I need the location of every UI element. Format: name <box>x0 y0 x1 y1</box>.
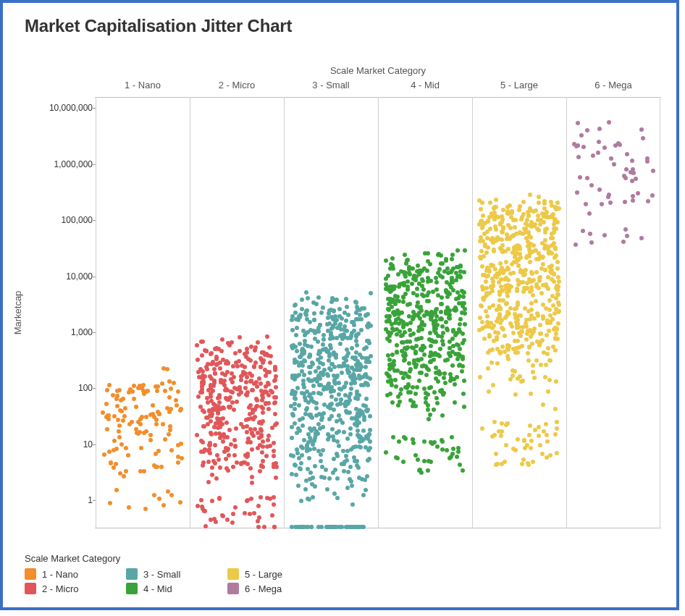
data-point[interactable] <box>545 439 550 444</box>
data-point[interactable] <box>311 391 316 395</box>
data-point[interactable] <box>528 193 532 197</box>
data-point[interactable] <box>337 307 342 311</box>
data-point[interactable] <box>503 334 507 338</box>
data-point[interactable] <box>410 282 414 286</box>
data-point[interactable] <box>176 389 180 394</box>
data-point[interactable] <box>308 447 312 452</box>
data-point[interactable] <box>290 392 294 396</box>
data-point[interactable] <box>537 425 541 429</box>
data-point[interactable] <box>366 383 370 387</box>
data-point[interactable] <box>195 343 199 347</box>
data-point[interactable] <box>552 219 557 223</box>
data-point[interactable] <box>248 358 253 363</box>
data-point[interactable] <box>204 349 209 353</box>
data-point[interactable] <box>345 354 349 358</box>
data-point[interactable] <box>510 209 514 214</box>
data-point[interactable] <box>196 504 200 508</box>
data-point[interactable] <box>551 303 555 308</box>
data-point[interactable] <box>218 465 222 470</box>
data-point[interactable] <box>450 350 455 354</box>
data-point[interactable] <box>167 395 172 400</box>
data-point[interactable] <box>516 257 521 261</box>
data-point[interactable] <box>602 233 607 237</box>
data-point[interactable] <box>214 404 219 408</box>
data-point[interactable] <box>335 452 339 456</box>
data-point[interactable] <box>493 267 497 271</box>
data-point[interactable] <box>421 363 426 368</box>
data-point[interactable] <box>515 324 519 328</box>
data-point[interactable] <box>105 388 109 392</box>
data-point[interactable] <box>499 434 503 438</box>
data-point[interactable] <box>165 367 169 371</box>
data-point[interactable] <box>361 429 366 433</box>
data-point[interactable] <box>356 429 360 433</box>
data-point[interactable] <box>290 344 294 348</box>
data-point[interactable] <box>606 195 610 199</box>
data-point[interactable] <box>212 379 217 383</box>
data-point[interactable] <box>118 408 122 413</box>
data-point[interactable] <box>121 397 125 401</box>
data-point[interactable] <box>538 332 542 336</box>
data-point[interactable] <box>309 398 314 402</box>
data-point[interactable] <box>515 289 519 293</box>
data-point[interactable] <box>229 442 233 447</box>
data-point[interactable] <box>219 407 223 411</box>
data-point[interactable] <box>453 382 457 387</box>
data-point[interactable] <box>195 433 199 437</box>
data-point[interactable] <box>256 504 261 508</box>
data-point[interactable] <box>352 329 356 333</box>
data-point[interactable] <box>426 392 430 397</box>
data-point[interactable] <box>455 248 460 253</box>
data-point[interactable] <box>553 336 558 340</box>
data-point[interactable] <box>355 423 359 428</box>
data-point[interactable] <box>248 371 252 376</box>
data-point[interactable] <box>227 428 232 432</box>
data-point[interactable] <box>525 286 529 290</box>
data-point[interactable] <box>148 438 153 442</box>
data-point[interactable] <box>450 452 455 456</box>
data-point[interactable] <box>356 308 360 312</box>
data-point[interactable] <box>261 406 265 410</box>
data-point[interactable] <box>289 404 293 408</box>
data-point[interactable] <box>386 297 390 301</box>
data-point[interactable] <box>301 446 305 450</box>
data-point[interactable] <box>233 505 238 510</box>
data-point[interactable] <box>329 300 334 304</box>
data-point[interactable] <box>441 392 445 397</box>
data-point[interactable] <box>250 475 254 479</box>
data-point[interactable] <box>304 309 308 313</box>
data-point[interactable] <box>126 453 130 457</box>
data-point[interactable] <box>529 392 533 396</box>
data-point[interactable] <box>208 413 212 418</box>
data-point[interactable] <box>426 417 431 421</box>
data-point[interactable] <box>417 468 421 473</box>
data-point[interactable] <box>552 256 557 260</box>
data-point[interactable] <box>257 376 261 381</box>
data-point[interactable] <box>612 162 616 166</box>
data-point[interactable] <box>529 235 533 240</box>
data-point[interactable] <box>484 309 488 313</box>
data-point[interactable] <box>404 261 408 266</box>
data-point[interactable] <box>397 439 401 444</box>
data-point[interactable] <box>501 225 505 229</box>
data-point[interactable] <box>259 434 264 439</box>
data-point[interactable] <box>553 245 558 250</box>
data-point[interactable] <box>557 279 561 284</box>
data-point[interactable] <box>257 515 261 520</box>
data-point[interactable] <box>555 260 560 264</box>
data-point[interactable] <box>514 232 518 236</box>
data-point[interactable] <box>523 306 527 311</box>
data-point[interactable] <box>434 376 438 381</box>
data-point[interactable] <box>348 432 353 436</box>
data-point[interactable] <box>479 304 484 308</box>
data-point[interactable] <box>357 444 361 449</box>
data-point[interactable] <box>124 469 128 473</box>
data-point[interactable] <box>266 382 271 387</box>
data-point[interactable] <box>213 443 217 447</box>
data-point[interactable] <box>506 223 510 227</box>
data-point[interactable] <box>341 449 345 453</box>
data-point[interactable] <box>387 314 392 318</box>
data-point[interactable] <box>302 358 306 363</box>
data-point[interactable] <box>493 224 497 229</box>
data-point[interactable] <box>300 453 304 457</box>
